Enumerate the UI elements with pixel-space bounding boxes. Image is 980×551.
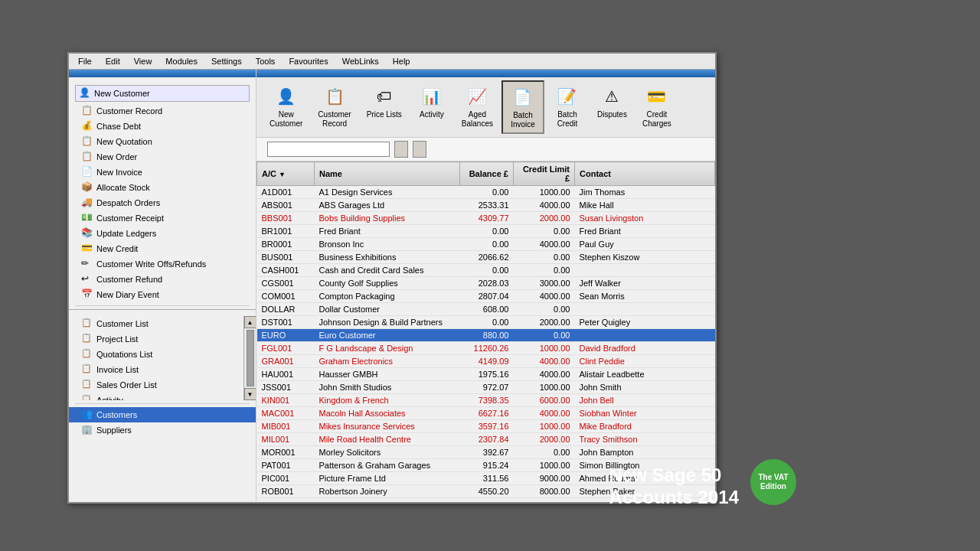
bottom-label-suppliers: Suppliers bbox=[96, 425, 132, 435]
table-row[interactable]: DOLLARDollar Customer608.000.00 bbox=[257, 303, 715, 316]
sidebar-link-customer-list[interactable]: 📋Customer List bbox=[69, 316, 256, 331]
sidebar-link-project-list[interactable]: 📋Project List bbox=[69, 331, 256, 347]
sidebar-link-quotations-list[interactable]: 📋Quotations List bbox=[69, 347, 256, 362]
sidebar-link-invoice-list[interactable]: 📋Invoice List bbox=[69, 362, 256, 377]
toolbar-icon-aged-balances: 📈 bbox=[465, 84, 489, 109]
cell-name: Hausser GMBH bbox=[315, 368, 460, 381]
table-row[interactable]: ABS001ABS Garages Ltd2533.314000.00Mike … bbox=[257, 199, 715, 212]
cell-credit: 2000.00 bbox=[514, 316, 575, 329]
col-header-3[interactable]: Credit Limit £ bbox=[514, 162, 575, 186]
table-row[interactable]: CASH001Cash and Credit Card Sales0.000.0… bbox=[257, 264, 715, 277]
cell-credit: 2000.00 bbox=[514, 212, 575, 225]
table-row[interactable]: CGS001County Golf Supplies2028.033000.00… bbox=[257, 277, 715, 290]
cell-ac: KIN001 bbox=[257, 394, 315, 407]
cell-balance: 4149.09 bbox=[460, 355, 514, 368]
sidebar-task-chase-debt[interactable]: 💰Chase Debt bbox=[69, 119, 256, 134]
sidebar-task-despatch-orders[interactable]: 🚚Despatch Orders bbox=[69, 195, 256, 210]
table-row[interactable]: KIN001Kingdom & French7398.356000.00John… bbox=[257, 394, 715, 407]
sidebar-bottom-customers[interactable]: 👥Customers bbox=[69, 407, 256, 422]
scrollbar[interactable]: ▲ ▼ bbox=[243, 316, 256, 400]
table-row[interactable]: HAU001Hausser GMBH1975.164000.00Alistair… bbox=[257, 368, 715, 381]
scroll-thumb[interactable] bbox=[247, 330, 254, 386]
scroll-up[interactable]: ▲ bbox=[244, 316, 256, 328]
sidebar-bottom-suppliers[interactable]: 🏢Suppliers bbox=[69, 422, 256, 438]
task-icon-new-credit: 💳 bbox=[81, 243, 93, 255]
cell-credit: 0.00 bbox=[514, 225, 575, 238]
cell-contact: Jim Thomas bbox=[575, 186, 715, 199]
cell-contact: Tracy Smithson bbox=[575, 433, 715, 446]
toolbar-btn-customer-record[interactable]: 📋CustomerRecord bbox=[311, 80, 358, 134]
table-row[interactable]: BR0001Bronson Inc0.004000.00Paul Guy bbox=[257, 238, 715, 251]
toolbar-label-new-customer: NewCustomer bbox=[270, 110, 302, 129]
toolbar-btn-new-customer[interactable]: 👤NewCustomer bbox=[263, 80, 309, 134]
col-header-2[interactable]: Balance £ bbox=[460, 162, 514, 186]
sidebar-task-new-credit[interactable]: 💳New Credit bbox=[69, 241, 256, 256]
cell-name: Macoln Hall Associates bbox=[315, 407, 460, 420]
sidebar-link-activity[interactable]: 📋Activity bbox=[69, 393, 256, 400]
sidebar-task-customer-receipt[interactable]: 💵Customer Receipt bbox=[69, 210, 256, 226]
sidebar-task-update-ledgers[interactable]: 📚Update Ledgers bbox=[69, 226, 256, 241]
sidebar-task-new-quotation[interactable]: 📋New Quotation bbox=[69, 134, 256, 149]
table-row[interactable]: A1D001A1 Design Services0.001000.00Jim T… bbox=[257, 186, 715, 199]
sidebar-task-new-order[interactable]: 📋New Order bbox=[69, 149, 256, 165]
tasks-list: 👤New Customer📋Customer Record💰Chase Debt… bbox=[69, 85, 256, 302]
menu-item-settings[interactable]: Settings bbox=[205, 55, 248, 67]
sidebar-task-customer-record[interactable]: 📋Customer Record bbox=[69, 103, 256, 119]
table-row[interactable]: BBS001Bobs Building Supplies4309.772000.… bbox=[257, 212, 715, 225]
stock-search-button[interactable] bbox=[394, 141, 408, 158]
toolbar-btn-batch-credit[interactable]: 📝BatchCredit bbox=[546, 80, 589, 134]
toolbar-btn-activity[interactable]: 📊Activity bbox=[410, 80, 453, 134]
cell-credit: 4000.00 bbox=[514, 407, 575, 420]
toolbar-btn-aged-balances[interactable]: 📈AgedBalances bbox=[455, 80, 500, 134]
sidebar-task-customer-refund[interactable]: ↩Customer Refund bbox=[69, 272, 256, 287]
table-row[interactable]: DST001Johnson Design & Build Partners0.0… bbox=[257, 316, 715, 329]
table-row[interactable]: MOR001Morley Solicitors392.670.00John Ba… bbox=[257, 446, 715, 459]
toolbar-btn-batch-invoice[interactable]: 📄BatchInvoice bbox=[501, 80, 544, 134]
toolbar-btn-disputes[interactable]: ⚠Disputes bbox=[590, 80, 634, 134]
col-header-0[interactable]: A/C ▼ bbox=[257, 162, 315, 186]
table-row[interactable]: BR1001Fred Briant0.000.00Fred Briant bbox=[257, 225, 715, 238]
scroll-down[interactable]: ▼ bbox=[244, 388, 256, 400]
menu-item-view[interactable]: View bbox=[128, 55, 158, 67]
menu-item-favourites[interactable]: Favourites bbox=[283, 55, 334, 67]
quick-search-input[interactable] bbox=[267, 142, 390, 157]
table-row[interactable]: MIL001Mile Road Health Centre2307.842000… bbox=[257, 433, 715, 446]
sidebar-task-allocate-stock[interactable]: 📦Allocate Stock bbox=[69, 180, 256, 195]
col-header-1[interactable]: Name bbox=[315, 162, 460, 186]
table-row[interactable]: MIB001Mikes Insurance Services3597.16100… bbox=[257, 420, 715, 433]
cell-credit: 1000.00 bbox=[514, 459, 575, 472]
table-row[interactable]: BUS001Business Exhibitions2066.620.00Ste… bbox=[257, 251, 715, 264]
table-row[interactable]: COM001Compton Packaging2807.044000.00Sea… bbox=[257, 290, 715, 303]
sidebar-task-write-offs[interactable]: ✏Customer Write Offs/Refunds bbox=[69, 256, 256, 272]
menu-item-edit[interactable]: Edit bbox=[100, 55, 126, 67]
menu-item-file[interactable]: File bbox=[72, 55, 98, 67]
promo-title: New Sage 50Accounts 2014 bbox=[609, 465, 739, 507]
col-header-4[interactable]: Contact bbox=[575, 162, 715, 186]
menu-item-help[interactable]: Help bbox=[387, 55, 416, 67]
cell-balance: 0.00 bbox=[460, 225, 514, 238]
toolbar: 👤NewCustomer📋CustomerRecord🏷Price Lists📊… bbox=[256, 77, 715, 138]
clear-button[interactable] bbox=[413, 141, 426, 158]
table-row[interactable]: GRA001Graham Electronics4149.094000.00Cl… bbox=[257, 355, 715, 368]
sidebar-link-sales-order-list[interactable]: 📋Sales Order List bbox=[69, 377, 256, 393]
toolbar-icon-credit-charges: 💳 bbox=[645, 84, 669, 109]
cell-name: A1 Design Services bbox=[315, 186, 460, 199]
table-row[interactable]: FGL001F G Landscape & Design11260.261000… bbox=[257, 342, 715, 355]
task-icon-new-order: 📋 bbox=[81, 151, 93, 163]
table-row[interactable]: MAC001Macoln Hall Associates6627.164000.… bbox=[257, 407, 715, 420]
cell-contact: Mike Hall bbox=[575, 199, 715, 212]
cell-ac: JSS001 bbox=[257, 381, 315, 394]
menu-item-modules[interactable]: Modules bbox=[159, 55, 204, 67]
sidebar-task-new-invoice[interactable]: 📄New Invoice bbox=[69, 165, 256, 180]
cell-name: Morley Solicitors bbox=[315, 446, 460, 459]
table-row[interactable]: EUROEuro Customer880.000.00 bbox=[257, 329, 715, 342]
menu-item-tools[interactable]: Tools bbox=[250, 55, 282, 67]
menu-item-weblinks[interactable]: WebLinks bbox=[336, 55, 385, 67]
table-row[interactable]: JSS001John Smith Studios972.071000.00Joh… bbox=[257, 381, 715, 394]
cell-credit: 4000.00 bbox=[514, 238, 575, 251]
toolbar-btn-price-lists[interactable]: 🏷Price Lists bbox=[360, 80, 409, 134]
cell-name: S D Enterprises bbox=[315, 498, 460, 502]
toolbar-btn-credit-charges[interactable]: 💳CreditCharges bbox=[635, 80, 678, 134]
sidebar-task-new-customer[interactable]: 👤New Customer bbox=[75, 85, 250, 102]
sidebar-task-new-diary[interactable]: 📅New Diary Event bbox=[69, 287, 256, 302]
